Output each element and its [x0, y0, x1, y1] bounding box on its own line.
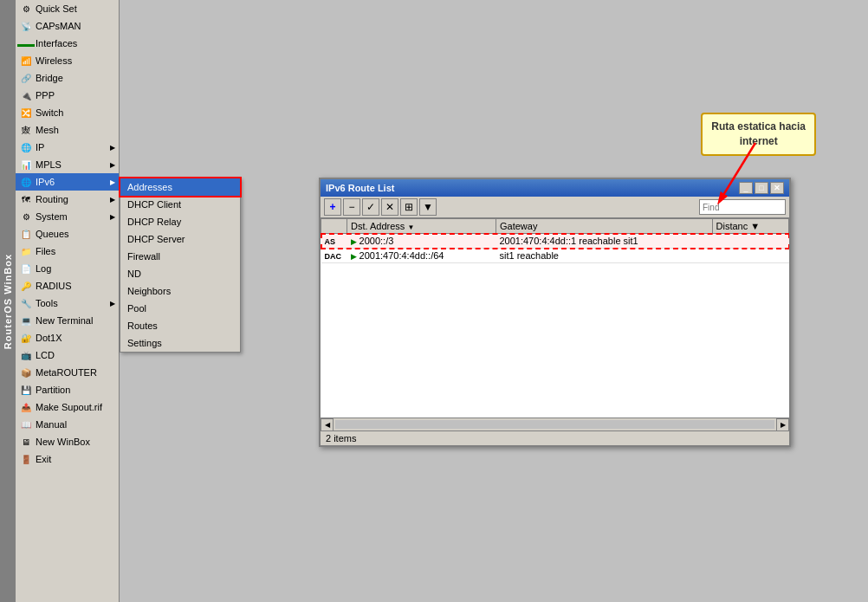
row1-flags: AS — [321, 234, 347, 249]
col-flags[interactable] — [321, 219, 347, 234]
sidebar-item-mesh[interactable]: 🕸 Mesh — [16, 121, 119, 139]
sidebar-label-radius: RADIUS — [36, 281, 72, 291]
submenu-item-dhcp-server[interactable]: DHCP Server — [120, 230, 240, 248]
sidebar-item-ppp[interactable]: 🔌 PPP — [16, 87, 119, 104]
row2-flags: DAC — [321, 249, 347, 263]
add-button[interactable]: + — [324, 198, 341, 216]
submenu-item-addresses[interactable]: Addresses — [120, 178, 240, 196]
sidebar-label-interfaces: Interfaces — [36, 38, 77, 49]
new-terminal-icon: 💻 — [19, 314, 33, 327]
sidebar-label-partition: Partition — [36, 385, 70, 395]
sidebar-item-log[interactable]: 📄 Log — [16, 260, 119, 277]
sidebar-item-manual[interactable]: 📖 Manual — [16, 416, 119, 433]
sidebar-label-wireless: Wireless — [36, 55, 72, 66]
sidebar-item-switch[interactable]: 🔀 Switch — [16, 104, 119, 121]
sidebar-item-bridge[interactable]: 🔗 Bridge — [16, 69, 119, 87]
submenu-item-routes[interactable]: Routes — [120, 317, 240, 334]
scroll-track[interactable] — [335, 420, 774, 429]
sidebar-label-ppp: PPP — [36, 90, 55, 100]
col-distance[interactable]: Distanc ▼ — [712, 219, 788, 234]
submenu-item-nd[interactable]: ND — [120, 265, 240, 282]
bridge-icon: 🔗 — [19, 71, 33, 85]
submenu-item-neighbors[interactable]: Neighbors — [120, 282, 240, 300]
sidebar-label-system: System — [36, 211, 68, 222]
sidebar-item-quick-set[interactable]: ⚙ Quick Set — [16, 0, 119, 17]
sidebar-item-capsman[interactable]: 📡 CAPsMAN — [16, 17, 119, 35]
mesh-icon: 🕸 — [19, 123, 33, 137]
sidebar-item-interfaces[interactable]: ▬▬ Interfaces — [16, 35, 119, 52]
wireless-icon: 📶 — [19, 54, 33, 68]
ip-icon: 🌐 — [19, 140, 33, 154]
sidebar-label-manual: Manual — [36, 419, 67, 430]
filter-button[interactable]: ▼ — [419, 198, 437, 216]
new-winbox-icon: 🖥 — [19, 435, 33, 449]
system-icon: ⚙ — [19, 210, 33, 223]
sidebar-label-exit: Exit — [36, 454, 51, 464]
winbox-label: RouterOS WinBox — [0, 0, 16, 602]
copy-button[interactable]: ⊞ — [400, 198, 418, 216]
sidebar-item-make-supout[interactable]: 📤 Make Supout.rif — [16, 398, 119, 416]
submenu-item-settings[interactable]: Settings — [120, 334, 240, 352]
status-bar: 2 items — [321, 430, 789, 445]
radius-icon: 🔑 — [19, 279, 33, 293]
col-dst-address[interactable]: Dst. Address — [347, 219, 496, 234]
remove-button[interactable]: − — [343, 198, 360, 216]
sidebar-label-new-terminal: New Terminal — [36, 315, 93, 326]
sidebar-item-routing[interactable]: 🗺 Routing — [16, 191, 119, 208]
sidebar-item-mpls[interactable]: 📊 MPLS — [16, 156, 119, 173]
sidebar-item-partition[interactable]: 💾 Partition — [16, 381, 119, 398]
route-table: Dst. Address Gateway Distanc ▼ — [321, 218, 789, 263]
row1-dst: ▶ 2000::/3 — [347, 234, 496, 249]
sidebar-item-queues[interactable]: 📋 Queues — [16, 225, 119, 243]
sidebar-item-lcd[interactable]: 📺 LCD — [16, 346, 119, 364]
sidebar-label-quick-set: Quick Set — [36, 3, 77, 14]
sidebar-label-dot1x: Dot1X — [36, 333, 62, 343]
sidebar-item-files[interactable]: 📁 Files — [16, 243, 119, 260]
submenu-item-dhcp-relay[interactable]: DHCP Relay — [120, 213, 240, 230]
sidebar: ⚙ Quick Set 📡 CAPsMAN ▬▬ Interfaces 📶 Wi… — [16, 0, 120, 602]
sidebar-label-ipv6: IPv6 — [36, 177, 55, 187]
col-gateway[interactable]: Gateway — [496, 219, 712, 234]
sidebar-item-system[interactable]: ⚙ System — [16, 208, 119, 225]
submenu-label-addresses: Addresses — [127, 182, 172, 192]
exit-icon: 🚪 — [19, 452, 33, 466]
table-row[interactable]: DAC ▶ 2001:470:4:4dd::/64 sit1 reachable — [321, 249, 789, 263]
sidebar-label-tools: Tools — [36, 298, 58, 308]
sidebar-item-ipv6[interactable]: 🌐 IPv6 — [16, 173, 119, 191]
sidebar-item-radius[interactable]: 🔑 RADIUS — [16, 277, 119, 295]
sidebar-item-tools[interactable]: 🔧 Tools — [16, 295, 119, 312]
sidebar-item-dot1x[interactable]: 🔐 Dot1X — [16, 329, 119, 346]
sidebar-item-metarouter[interactable]: 📦 MetaROUTER — [16, 364, 119, 381]
cross-button[interactable]: ✕ — [381, 198, 398, 216]
scroll-left-button[interactable]: ◀ — [321, 418, 334, 431]
sidebar-item-ip[interactable]: 🌐 IP — [16, 139, 119, 156]
row1-gateway: 2001:470:4:4dd::1 reachable sit1 — [496, 234, 712, 249]
sidebar-item-exit[interactable]: 🚪 Exit — [16, 450, 119, 468]
row1-distance — [712, 234, 788, 249]
make-supout-icon: 📤 — [19, 400, 33, 414]
routing-icon: 🗺 — [19, 192, 33, 206]
sidebar-item-new-winbox[interactable]: 🖥 New WinBox — [16, 433, 119, 450]
submenu-item-firewall[interactable]: Firewall — [120, 248, 240, 265]
sidebar-item-new-terminal[interactable]: 💻 New Terminal — [16, 312, 119, 329]
submenu-item-dhcp-client[interactable]: DHCP Client — [120, 196, 240, 213]
sidebar-label-ip: IP — [36, 142, 44, 152]
sidebar-label-queues: Queues — [36, 229, 69, 239]
submenu-item-pool[interactable]: Pool — [120, 300, 240, 317]
check-button[interactable]: ✓ — [362, 198, 379, 216]
quick-set-icon: ⚙ — [19, 2, 33, 16]
ppp-icon: 🔌 — [19, 88, 33, 102]
sidebar-label-new-winbox: New WinBox — [36, 437, 90, 447]
sidebar-item-wireless[interactable]: 📶 Wireless — [16, 52, 119, 69]
submenu-label-pool: Pool — [127, 303, 146, 314]
ipv6-submenu: Addresses DHCP Client DHCP Relay DHCP Se… — [120, 178, 241, 353]
submenu-label-settings: Settings — [127, 338, 162, 348]
scroll-right-button[interactable]: ▶ — [776, 418, 789, 431]
submenu-label-dhcp-client: DHCP Client — [127, 199, 181, 210]
submenu-label-dhcp-server: DHCP Server — [127, 234, 185, 244]
interfaces-icon: ▬▬ — [19, 36, 33, 50]
table-row[interactable]: AS ▶ 2000::/3 2001:470:4:4dd::1 reachabl… — [321, 234, 789, 249]
partition-icon: 💾 — [19, 383, 33, 397]
route-table-container: Dst. Address Gateway Distanc ▼ — [321, 218, 789, 418]
sidebar-label-mpls: MPLS — [36, 159, 62, 170]
